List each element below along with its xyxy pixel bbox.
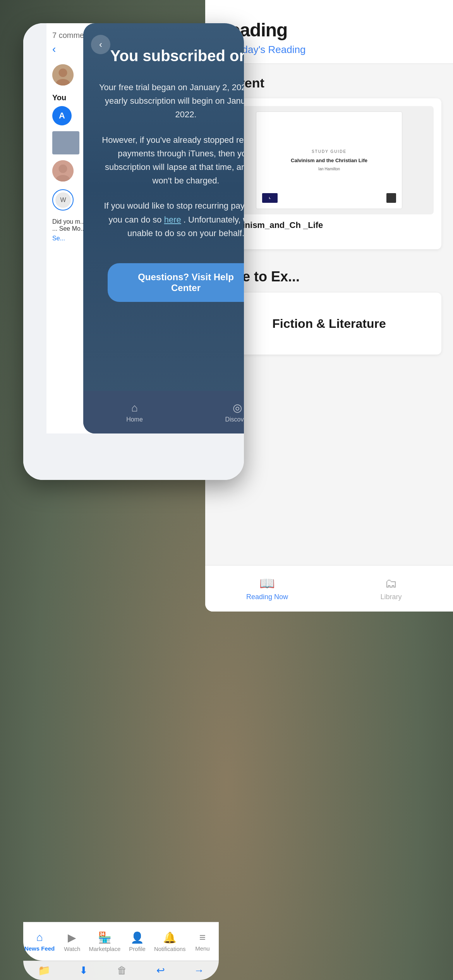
message-home-label: Home <box>126 416 143 423</box>
back-icon[interactable]: ‹ <box>52 43 56 55</box>
reading-now-icon: 📖 <box>259 576 275 591</box>
message-discover-icon: ◎ <box>233 401 242 414</box>
ios-reply-icon[interactable]: ↩ <box>156 965 165 977</box>
fb-thumbnail <box>52 131 79 154</box>
message-discover-tab[interactable]: ◎ Discover <box>186 401 244 423</box>
news-feed-icon: ⌂ <box>36 931 43 944</box>
profile-avatar-img <box>52 64 74 86</box>
fb-see-more-link[interactable]: Se... <box>52 235 65 242</box>
svg-text:W: W <box>60 197 66 203</box>
fb-nav-notifications[interactable]: 🔔 Notifications <box>154 931 186 952</box>
current-section-title: Current <box>217 75 441 91</box>
marketplace-icon: 🏪 <box>98 931 112 944</box>
ios-bottom-toolbar: 📁 ⬇ 🗑 ↩ → <box>23 961 219 980</box>
fb-nav-news-feed[interactable]: ⌂ News Feed <box>23 931 56 952</box>
watch-icon: ▶ <box>68 931 76 944</box>
publisher-logo-secondary <box>386 193 396 203</box>
notifications-icon: 🔔 <box>163 931 177 944</box>
reading-now-tab[interactable]: 📖 Reading Now <box>205 576 329 601</box>
profile-label: Profile <box>129 946 146 952</box>
help-center-button[interactable]: Questions? Visit Help Center <box>108 263 244 302</box>
todays-reading-row: Today's Reading <box>217 44 441 56</box>
genre-title: Fiction & Literature <box>272 316 386 331</box>
facebook-bottom-nav: ⌂ News Feed ▶ Watch 🏪 Marketplace 👤 Prof… <box>23 922 219 961</box>
message-bottom-tabs: ⌂ Home ◎ Discover <box>83 391 244 433</box>
marketplace-label: Marketplace <box>89 946 121 952</box>
book-cover-title: Calvinism and the Christian Life <box>291 158 367 164</box>
menu-icon: ≡ <box>199 931 206 944</box>
book-card[interactable]: STUDY GUIDE Calvinism and the Christian … <box>217 98 441 249</box>
library-icon: 🗂 <box>385 576 397 591</box>
fb-avatar-a: A <box>52 106 72 125</box>
svg-point-4 <box>59 164 67 173</box>
book-study-guide-label: STUDY GUIDE <box>312 149 347 154</box>
back-chevron-icon: ‹ <box>99 39 102 50</box>
fb-nav-menu[interactable]: ≡ Menu <box>186 931 219 952</box>
fb-nav-watch[interactable]: ▶ Watch <box>56 931 88 952</box>
here-link[interactable]: here <box>164 215 181 224</box>
library-tab[interactable]: 🗂 Library <box>329 576 453 601</box>
facebook-content: 7 comme... ‹ You A <box>23 23 244 480</box>
more-section-title: More to Ex... <box>217 269 441 285</box>
ios-folder-icon[interactable]: 📁 <box>38 965 50 977</box>
message-body-2: However, if you've already stopped recur… <box>99 133 244 188</box>
message-content-area: You subscribed on... Your free trial beg… <box>83 23 244 433</box>
book-filename: Calvinism_and_Ch _Life <box>225 220 434 230</box>
notifications-label: Notifications <box>154 946 186 952</box>
phone-frame: 7 comme... ‹ You A <box>23 23 244 480</box>
message-body-1: Your free trial began on January 2, 2022… <box>99 81 244 122</box>
book-cover-author: Ian Hamilton <box>318 167 340 171</box>
reading-panel-title: Reading <box>217 19 441 41</box>
profile-avatar-img-2 <box>52 160 74 182</box>
menu-label: Menu <box>195 945 210 952</box>
fb-profile-avatar-2 <box>52 160 74 182</box>
ios-delete-icon[interactable]: 🗑 <box>117 965 127 977</box>
group-avatar-img: W <box>55 192 71 208</box>
message-overlay-card: ‹ You subscribed on... Your free trial b… <box>83 23 244 433</box>
fb-nav-marketplace[interactable]: 🏪 Marketplace <box>88 931 121 952</box>
news-feed-label: News Feed <box>24 945 55 952</box>
message-body-3: If you would like to stop recurring paym… <box>99 199 244 240</box>
fb-nav-profile[interactable]: 👤 Profile <box>121 931 154 952</box>
book-cover: STUDY GUIDE Calvinism and the Christian … <box>225 106 434 214</box>
profile-icon: 👤 <box>130 931 144 944</box>
library-label: Library <box>380 593 402 601</box>
book-cover-inner: STUDY GUIDE Calvinism and the Christian … <box>256 111 402 209</box>
message-discover-label: Discover <box>225 416 244 423</box>
ios-download-icon[interactable]: ⬇ <box>79 965 88 977</box>
message-home-tab[interactable]: ⌂ Home <box>83 402 186 423</box>
book-progress: 8% <box>225 233 434 242</box>
fb-group-avatar: W <box>52 189 74 211</box>
fb-you-label: You <box>52 93 66 102</box>
reading-now-label: Reading Now <box>246 593 288 601</box>
svg-point-1 <box>59 69 67 77</box>
message-home-icon: ⌂ <box>131 402 138 414</box>
message-title: You subscribed on... <box>110 46 244 65</box>
fiction-literature-card[interactable]: Fiction & Literature <box>217 293 441 355</box>
watch-label: Watch <box>64 946 80 952</box>
reading-tab-bar: 📖 Reading Now 🗂 Library <box>205 565 453 612</box>
message-back-button[interactable]: ‹ <box>91 35 110 54</box>
book-cover-publisher: L <box>256 193 402 203</box>
fb-profile-avatar <box>52 64 74 86</box>
ios-forward-icon[interactable]: → <box>194 965 204 977</box>
publisher-logo-main: L <box>262 193 278 203</box>
